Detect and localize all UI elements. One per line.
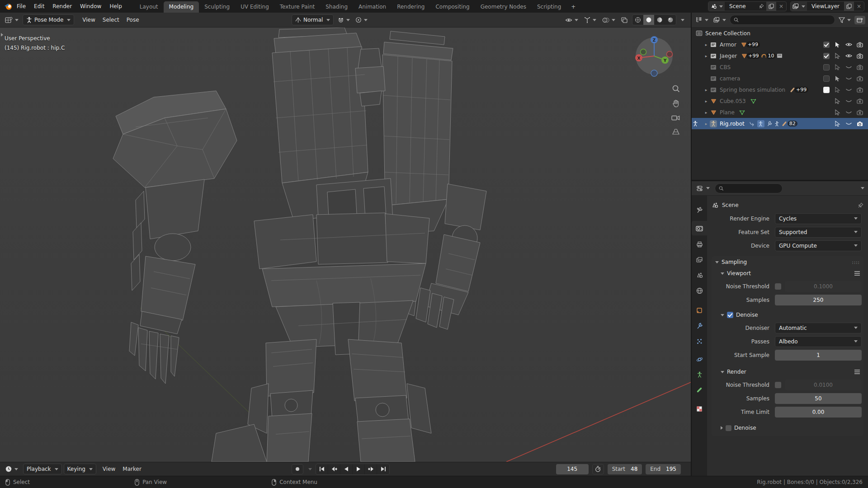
outliner-filter-button[interactable] xyxy=(837,16,852,24)
tab-scripting[interactable]: Scripting xyxy=(532,1,566,13)
tab-object[interactable] xyxy=(692,303,707,318)
tab-modeling[interactable]: Modeling xyxy=(164,1,199,13)
shading-rendered-button[interactable] xyxy=(665,15,676,25)
denoise-checkbox[interactable] xyxy=(727,312,733,318)
outliner-row-jaeger[interactable]: ▸ Jaeger +99 10 xyxy=(692,50,868,61)
proportional-editing-button[interactable] xyxy=(354,16,369,24)
toolbar-expand-arrow[interactable] xyxy=(1,33,3,37)
render-engine-dropdown[interactable]: Cycles xyxy=(775,213,862,224)
exclude-checkbox[interactable] xyxy=(823,53,830,59)
new-collection-button[interactable] xyxy=(854,16,865,24)
mode-selector[interactable]: Pose Mode xyxy=(23,14,74,25)
properties-search-input[interactable] xyxy=(726,185,779,192)
tab-bone[interactable] xyxy=(692,383,707,397)
end-frame-field[interactable]: End195 xyxy=(646,464,681,474)
chevron-down-icon[interactable] xyxy=(681,19,684,21)
samples-field[interactable]: 50 xyxy=(775,393,862,404)
camera-disabled-icon[interactable] xyxy=(856,109,863,116)
eye-closed-icon[interactable] xyxy=(845,86,852,94)
shading-wireframe-button[interactable] xyxy=(632,15,643,25)
tab-texture-paint[interactable]: Texture Paint xyxy=(274,1,320,13)
tab-rendering[interactable]: Rendering xyxy=(392,1,430,13)
viewlayer-name[interactable]: ViewLayer xyxy=(807,3,844,9)
pin-id-button[interactable] xyxy=(858,202,863,208)
expand-icon[interactable]: ▸ xyxy=(703,110,710,115)
tab-animation[interactable]: Animation xyxy=(353,1,392,13)
shading-material-button[interactable] xyxy=(654,15,665,25)
gizmo-negx-handle[interactable] xyxy=(667,52,673,57)
delete-viewlayer-button[interactable]: × xyxy=(854,2,864,11)
tab-render[interactable] xyxy=(692,221,707,235)
tab-sculpting[interactable]: Sculpting xyxy=(199,1,235,13)
tab-tool[interactable] xyxy=(692,203,707,217)
exclude-checkbox[interactable] xyxy=(823,42,830,48)
toggle-xray-button[interactable] xyxy=(620,16,629,24)
camera-icon[interactable] xyxy=(856,120,863,127)
sampling-panel-header[interactable]: Sampling :::: xyxy=(712,256,863,268)
gizmo-negy-handle[interactable] xyxy=(641,49,646,55)
timeline-menu-marker[interactable]: Marker xyxy=(119,464,145,474)
eye-closed-icon[interactable] xyxy=(845,120,852,127)
expand-icon[interactable]: ▸ xyxy=(703,54,710,58)
viewport-subpanel-header[interactable]: Viewport xyxy=(712,268,863,279)
pin-scene-button[interactable] xyxy=(756,2,766,11)
keying-dropdown[interactable]: Keying xyxy=(64,464,96,474)
exclude-checkbox[interactable] xyxy=(823,64,830,70)
eye-closed-icon[interactable] xyxy=(845,75,852,82)
snapping-button[interactable] xyxy=(336,16,351,24)
noise-threshold-checkbox[interactable] xyxy=(775,382,781,388)
feature-set-dropdown[interactable]: Supported xyxy=(775,227,862,238)
menu-help[interactable]: Help xyxy=(105,1,126,11)
shading-solid-button[interactable] xyxy=(643,15,654,25)
zoom-icon[interactable] xyxy=(672,84,680,93)
outliner-row-camera[interactable]: camera xyxy=(692,73,868,84)
eye-icon[interactable] xyxy=(845,41,852,48)
samples-field[interactable]: 250 xyxy=(775,295,862,305)
scene-browse-button[interactable] xyxy=(708,2,725,11)
passes-dropdown[interactable]: Albedo xyxy=(775,336,862,347)
tab-uv-editing[interactable]: UV Editing xyxy=(235,1,274,13)
gizmo-negz-handle[interactable] xyxy=(651,70,657,76)
outliner-editor-type-button[interactable] xyxy=(694,16,710,24)
navigation-gizmo[interactable]: Z X Y xyxy=(634,36,675,77)
jump-to-start-button[interactable] xyxy=(316,464,328,474)
jump-to-end-button[interactable] xyxy=(377,464,389,474)
play-button[interactable] xyxy=(353,464,365,474)
camera-disabled-icon[interactable] xyxy=(856,98,863,105)
denoiser-dropdown[interactable]: Automatic xyxy=(775,323,862,333)
perspective-toggle-icon[interactable] xyxy=(672,128,680,136)
scene-name[interactable]: Scene xyxy=(725,3,756,9)
eye-closed-icon[interactable] xyxy=(845,64,852,71)
time-limit-field[interactable]: 0.00 xyxy=(775,407,862,418)
eye-icon[interactable] xyxy=(845,52,852,60)
tab-view-layer[interactable] xyxy=(692,253,707,267)
current-frame-field[interactable]: 145 xyxy=(556,464,589,474)
tab-geometry-nodes[interactable]: Geometry Nodes xyxy=(475,1,532,13)
play-reverse-button[interactable] xyxy=(340,464,353,474)
selectable-icon[interactable] xyxy=(834,75,841,82)
tab-texture[interactable] xyxy=(692,402,707,416)
denoise-subpanel-header[interactable]: Denoise xyxy=(712,310,863,320)
presets-icon[interactable] xyxy=(854,370,860,374)
menu-view[interactable]: View xyxy=(79,15,99,25)
menu-window[interactable]: Window xyxy=(76,1,105,11)
exclude-checkbox[interactable] xyxy=(823,87,830,93)
noise-threshold-field[interactable]: 0.1000 xyxy=(785,281,862,292)
outliner-row-rig-robot[interactable]: ▸ Rig.robot 82 xyxy=(692,118,868,129)
tab-modifiers[interactable] xyxy=(692,319,707,333)
expand-icon[interactable]: ▸ xyxy=(703,99,710,103)
render-subpanel-header[interactable]: Render xyxy=(712,366,863,377)
start-sample-field[interactable]: 1 xyxy=(775,350,862,361)
tab-shading[interactable]: Shading xyxy=(320,1,353,13)
menu-file[interactable]: File xyxy=(13,1,30,11)
selectable-icon[interactable] xyxy=(834,98,841,105)
outliner-display-mode-button[interactable] xyxy=(712,16,727,24)
properties-editor-type-button[interactable] xyxy=(695,184,711,192)
timeline-editor-type-button[interactable] xyxy=(4,465,19,474)
breadcrumb-scene[interactable]: Scene xyxy=(722,202,739,208)
playback-dropdown[interactable]: Playback xyxy=(23,464,62,474)
transform-orientation-dropdown[interactable]: Normal xyxy=(292,14,334,25)
outliner-row-plane[interactable]: ▸ Plane xyxy=(692,107,868,118)
selectable-icon[interactable] xyxy=(834,86,841,94)
camera-disabled-icon[interactable] xyxy=(856,75,863,82)
